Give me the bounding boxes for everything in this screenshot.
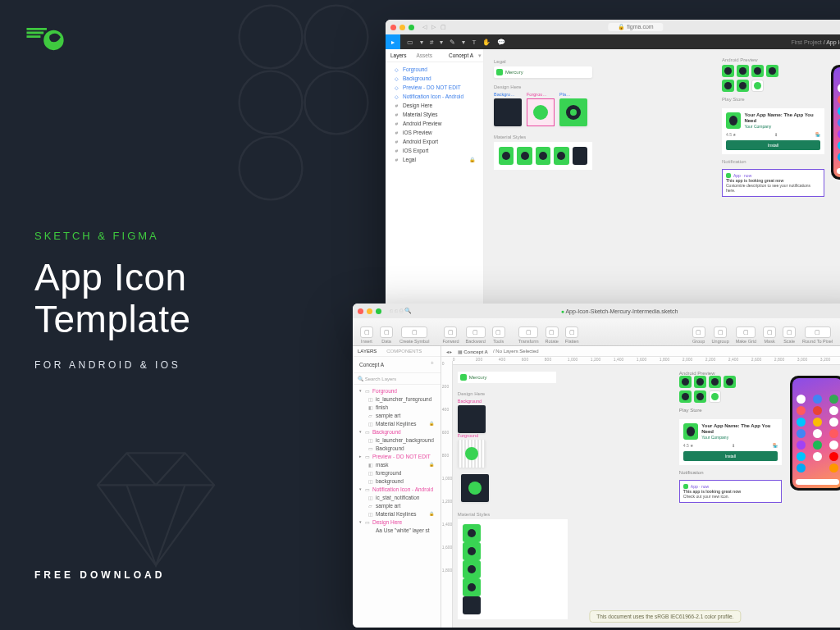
layer-item[interactable]: ◫Material Keylines🔒 [353,509,441,518]
page-selector[interactable]: Concept A [444,49,478,62]
figma-sidebar: Layers Assets Concept A ▾ ◇Forground◇Bac… [386,49,484,315]
layer-item[interactable]: ▾▭Notification Icon - Android [353,485,441,493]
toolbar-mask[interactable]: ▢Mask [760,326,778,344]
svg-point-3 [305,71,368,135]
toolbar-group[interactable]: ▢Group [690,326,708,344]
toolbar-flatten[interactable]: ▢Flatten [563,326,582,344]
sketch-titlebar: ⎌ ⎌ ⎙ 🔍 ● App-Icon-Sketch-Mercury-Interm… [353,304,840,318]
sketch-sidebar-tabs[interactable]: LAYERS COMPONENTS [353,346,441,357]
layer-item[interactable]: ◫Material Keylines🔒 [353,419,441,427]
tab-assets[interactable]: Assets [412,49,438,62]
toolbar-ungroup[interactable]: ▢Ungroup [710,326,732,344]
search-layers-input[interactable]: 🔍 Search Layers [353,373,441,385]
layer-item[interactable]: #iOS Preview [386,128,483,137]
figma-canvas[interactable]: Legal Mercury Design Here Backgro… Forgr… [484,49,840,315]
toolbar-scale[interactable]: ▢Scale [780,326,798,344]
toolbar-round-to-pixel[interactable]: ▢Round To Pixel [800,326,835,344]
figma-tools[interactable]: ▭▾ #▾ ✎▾ T ✋ 💬 [400,39,512,46]
figma-sidebar-tabs[interactable]: Layers Assets Concept A ▾ [386,49,483,62]
comment-tool-icon: 💬 [497,39,505,46]
mercury-logo [26,26,66,52]
layer-item[interactable]: ▱sample art [353,501,441,509]
layer-item[interactable]: ◫foreground [353,468,441,477]
sketch-window-title: ● App-Icon-Sketch-Mercury-Intermedia.ske… [561,308,678,314]
url-bar[interactable]: 🔒 figma.com [608,23,663,31]
layer-item[interactable]: #Android Export [386,137,483,146]
free-download-label: FREE DOWNLOAD [34,569,165,581]
toolbar-forward[interactable]: ▢Forward [440,326,461,344]
layer-item[interactable]: #Android Preview [386,119,483,128]
layer-item[interactable]: ▭Background [353,444,441,452]
sketch-layers-list[interactable]: ▾▭Forground◫ic_launcher_foreground◧finis… [353,385,441,536]
layer-item[interactable]: #iOS Export [386,146,483,155]
layer-item[interactable]: ◫ic_launcher_background [353,436,441,444]
layer-item[interactable]: ▾▭Forground [353,386,441,395]
tab-layers[interactable]: LAYERS [353,346,381,356]
legal-artboard: Mercury [458,372,556,383]
hero-eyebrow: SKETCH & FIGMA [34,230,191,242]
sketch-pages[interactable]: + Concept A [353,357,441,373]
layer-item[interactable]: ◇Preview - DO NOT EDIT [386,83,483,92]
ruler-vertical: 02004006008001,0001,2001,4001,6001,800 [441,361,453,628]
layer-item[interactable]: ◫background [353,477,441,485]
traffic-lights[interactable] [358,308,381,314]
layer-item[interactable]: Aa Use "white" layer st [353,526,441,534]
layer-item[interactable]: ◧mask🔒 [353,460,441,468]
layer-item[interactable]: ▾▭Background [353,427,441,436]
sketch-sidebar: LAYERS COMPONENTS + Concept A 🔍 Search L… [353,346,441,628]
notification-card: App · now This app is looking great now … [722,169,824,197]
preview-artboard [559,98,587,126]
layer-item[interactable]: ◫ic_stat_notification [353,493,441,501]
layer-item[interactable]: ◇Notification Icon - Android [386,92,483,101]
material-styles-artboard [458,519,568,619]
layer-item[interactable]: #Design Here [386,101,483,110]
toolbar-insert[interactable]: ▢Insert [358,326,376,344]
layer-item[interactable]: ◇Background [386,74,483,83]
tab-components[interactable]: COMPONENTS [381,346,427,356]
figma-topbar: ▸ ▭▾ #▾ ✎▾ T ✋ 💬 First Project / App Ico… [386,34,840,49]
browser-nav-icons[interactable]: ◁▷▢ [422,24,446,30]
layer-item[interactable]: ▸▭Preview - DO NOT EDIT [353,452,441,460]
toolbar-create-symbol[interactable]: ▢Create Symbol [397,326,431,344]
layer-item[interactable]: ◇Forground [386,65,483,74]
hero-text: SKETCH & FIGMA App IconTemplate FOR ANDR… [34,230,191,371]
launcher-icons-grid [722,65,781,92]
play-store-card: Your App Name: The App You Need Your Com… [722,108,824,154]
svg-point-0 [240,6,303,69]
traffic-lights[interactable] [390,25,414,30]
notification-card: App · now This app is looking great now … [679,480,782,503]
toolbar-backward[interactable]: ▢Backward [463,326,488,344]
toolbar-rotate[interactable]: ▢Rotate [543,326,561,344]
toolbar-tools[interactable]: ▢Tools [490,326,508,344]
figma-breadcrumb[interactable]: First Project / App Icon Template ▾ [791,39,840,45]
bg-artboard [494,98,522,126]
color-profile-tooltip: This document uses the sRGB IEC61966-2.1… [589,610,741,623]
fg-artboard [458,440,486,468]
layer-item[interactable]: ◧finish [353,403,441,411]
figma-layers-list[interactable]: ◇Forground◇Background◇Preview - DO NOT E… [386,62,483,167]
figma-menu-icon[interactable]: ▸ [386,34,400,49]
hand-tool-icon: ✋ [482,39,491,46]
android-phone-mockup [831,65,840,180]
frame-tool-icon: # [430,39,433,46]
sketch-toolbar[interactable]: ▢Insert▢Data▢Create Symbol▢Forward▢Backw… [353,318,840,346]
move-tool-icon: ▭ [407,39,413,46]
preview-artboard [461,474,489,502]
hero-subtitle: FOR ANDROID & IOS [34,359,191,371]
toolbar-make-grid[interactable]: ▢Make Grid [733,326,759,344]
add-page-icon[interactable]: + [431,360,434,366]
sketch-canvas[interactable]: ◂ ▸ ▦ Concept A / No Layers Selected 020… [441,346,840,628]
layer-item[interactable]: ▾▭Design Here [353,518,441,526]
hero-title: App IconTemplate [34,257,191,340]
toolbar-transform[interactable]: ▢Transform [516,326,541,344]
svg-point-4 [240,137,303,200]
layer-item[interactable]: #Legal🔒 [386,155,483,164]
fg-artboard [527,98,555,126]
layer-item[interactable]: ◫ic_launcher_foreground [353,395,441,403]
layer-item[interactable]: ▱sample art [353,411,441,419]
toolbar-data[interactable]: ▢Data [377,326,395,344]
layer-item[interactable]: #Material Styles [386,110,483,119]
tab-layers[interactable]: Layers [386,49,412,62]
browser-titlebar: ◁▷▢ 🔒 figma.com [386,20,840,34]
text-tool-icon: T [472,39,476,46]
